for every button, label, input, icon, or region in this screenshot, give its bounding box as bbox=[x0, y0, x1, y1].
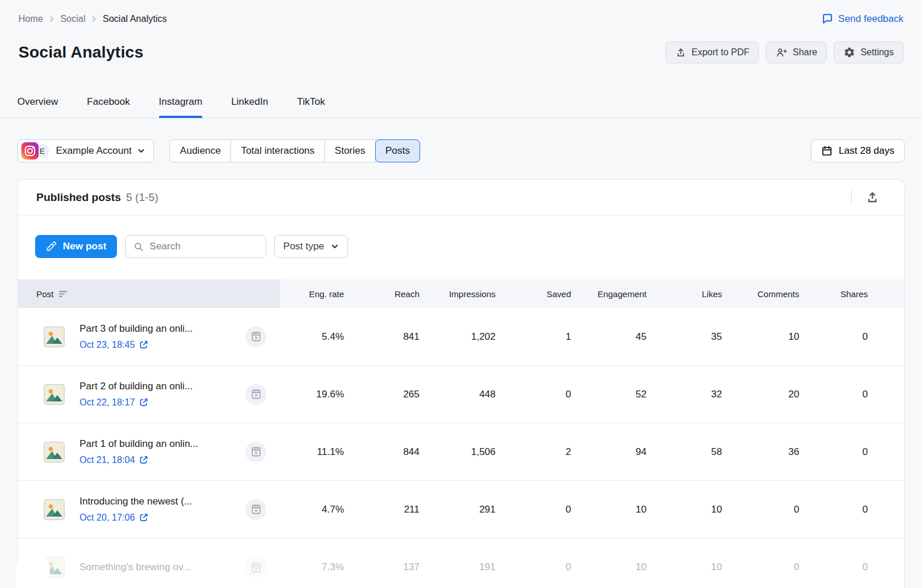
settings-button[interactable]: Settings bbox=[834, 41, 904, 63]
column-header[interactable]: Comments bbox=[722, 279, 799, 308]
sort-bars-icon bbox=[59, 290, 67, 298]
image-placeholder-icon bbox=[44, 499, 65, 520]
person-plus-icon bbox=[776, 47, 787, 58]
image-placeholder-icon bbox=[44, 327, 65, 347]
column-header-post[interactable]: Post bbox=[18, 279, 280, 308]
date-range-button[interactable]: Last 28 days bbox=[811, 139, 905, 162]
card-count: 5 (1-5) bbox=[126, 191, 158, 204]
floating-widget-edge bbox=[16, 552, 50, 588]
post-title: Part 2 of building an onli... bbox=[80, 380, 193, 393]
column-header[interactable]: Reach bbox=[344, 279, 420, 308]
comments-value: 36 bbox=[722, 423, 799, 480]
breadcrumb-item[interactable]: Social bbox=[61, 12, 86, 26]
column-header[interactable]: Impressions bbox=[420, 279, 496, 308]
upload-tray-icon bbox=[675, 47, 686, 58]
saved-value: 0 bbox=[496, 538, 571, 588]
impressions-value: 191 bbox=[420, 538, 496, 588]
column-header[interactable]: Eng. rate bbox=[280, 279, 344, 308]
column-header[interactable]: Likes bbox=[647, 279, 722, 308]
channel-tab[interactable]: Facebook bbox=[87, 96, 130, 117]
eng-rate-value: 7.3% bbox=[280, 538, 344, 588]
post-date-label: Oct 22, 18:17 bbox=[80, 396, 135, 409]
post-title: Part 3 of building an onli... bbox=[80, 322, 193, 336]
engagement-value: 94 bbox=[571, 423, 647, 480]
column-header[interactable]: Shares bbox=[799, 279, 868, 308]
post-date-link[interactable]: Oct 23, 18:45 bbox=[80, 338, 193, 352]
reach-value: 841 bbox=[344, 308, 420, 365]
post-date-label: Oct 21, 18:04 bbox=[80, 453, 135, 467]
header-actions: Export to PDF Share Settings bbox=[666, 41, 904, 63]
saved-value: 0 bbox=[496, 481, 571, 538]
divider bbox=[851, 190, 852, 205]
segment-button[interactable]: Stories bbox=[325, 140, 376, 162]
post-cell: Introducing the newest (... Oct 20, 17:0… bbox=[18, 481, 280, 538]
engagement-value: 52 bbox=[571, 366, 647, 423]
breadcrumb-item[interactable]: Social Analytics bbox=[103, 12, 167, 26]
export-to-pdf-button[interactable]: Export to PDF bbox=[666, 41, 759, 63]
search-input[interactable] bbox=[150, 241, 258, 252]
reach-value: 137 bbox=[344, 538, 420, 588]
reel-icon bbox=[245, 384, 266, 405]
segment-button[interactable]: Audience bbox=[170, 140, 231, 162]
send-feedback-link[interactable]: Send feedback bbox=[821, 13, 904, 25]
search-icon bbox=[133, 241, 144, 252]
image-placeholder-icon bbox=[44, 442, 65, 462]
published-posts-card: Published posts 5 (1-5) New post Post ty… bbox=[17, 179, 905, 588]
account-selector[interactable]: E Example Account bbox=[17, 139, 154, 162]
likes-value: 10 bbox=[647, 481, 722, 538]
engagement-value: 10 bbox=[571, 538, 647, 588]
comments-value: 0 bbox=[722, 538, 799, 588]
reel-icon bbox=[245, 499, 266, 520]
post-date-link[interactable]: Oct 20, 17:06 bbox=[80, 511, 192, 525]
post-date-link[interactable]: Oct 22, 18:17 bbox=[80, 396, 193, 409]
upload-tray-icon bbox=[866, 191, 879, 204]
segment-button[interactable]: Total interactions bbox=[231, 140, 325, 162]
table-row: Part 2 of building an onli... Oct 22, 18… bbox=[18, 366, 904, 423]
comments-value: 20 bbox=[722, 366, 799, 423]
card-toolbar: New post Post type bbox=[18, 215, 904, 279]
table-row: Part 3 of building an onli... Oct 23, 18… bbox=[18, 308, 904, 366]
post-type-filter[interactable]: Post type bbox=[274, 235, 349, 258]
likes-value: 35 bbox=[647, 308, 722, 365]
reach-value: 265 bbox=[344, 366, 420, 423]
gear-icon bbox=[844, 47, 855, 58]
topbar: Home Social Social Analytics bbox=[0, 0, 922, 26]
column-header[interactable]: Engagement bbox=[571, 279, 647, 308]
impressions-value: 291 bbox=[420, 481, 496, 538]
reel-icon bbox=[245, 557, 266, 578]
table-row: Something's brewing ov... 7.3% 137 bbox=[18, 538, 904, 588]
post-title: Introducing the newest (... bbox=[80, 495, 192, 509]
post-date-label: Oct 20, 17:06 bbox=[80, 511, 135, 525]
view-segments: Audience Total interactions Stories Post… bbox=[169, 139, 420, 162]
page-header: Social Analytics Export to PDF Share Set… bbox=[0, 41, 922, 63]
channel-tabs: Overview Facebook Instagram LinkedIn Tik… bbox=[0, 96, 922, 118]
export-to-pdf-label: Export to PDF bbox=[692, 47, 749, 58]
channel-tab[interactable]: LinkedIn bbox=[231, 96, 268, 117]
segment-button[interactable]: Posts bbox=[375, 139, 421, 162]
export-table-button[interactable] bbox=[866, 191, 879, 204]
chevron-right-icon bbox=[91, 16, 97, 22]
column-header[interactable]: Saved bbox=[496, 279, 571, 308]
saved-value: 1 bbox=[496, 308, 571, 365]
channel-tab[interactable]: Overview bbox=[17, 96, 58, 117]
channel-tab[interactable]: Instagram bbox=[159, 96, 203, 117]
shares-value: 0 bbox=[799, 308, 868, 365]
post-date-link[interactable]: Oct 21, 18:04 bbox=[80, 453, 198, 467]
table-header: Post Eng. rate Reach Impressions Saved E… bbox=[18, 279, 904, 308]
reach-value: 211 bbox=[344, 481, 420, 538]
search-box bbox=[125, 235, 266, 258]
breadcrumb-item[interactable]: Home bbox=[18, 12, 43, 26]
share-button[interactable]: Share bbox=[766, 41, 827, 63]
new-post-button[interactable]: New post bbox=[35, 235, 117, 258]
engagement-value: 10 bbox=[571, 481, 647, 538]
post-cell: Part 3 of building an onli... Oct 23, 18… bbox=[18, 308, 280, 365]
channel-tab[interactable]: TikTok bbox=[297, 96, 325, 117]
account-name: Example Account bbox=[56, 145, 131, 157]
table-body: Part 3 of building an onli... Oct 23, 18… bbox=[18, 308, 904, 588]
post-title: Part 1 of building an onlin... bbox=[80, 437, 198, 451]
likes-value: 10 bbox=[647, 538, 722, 588]
impressions-value: 1,202 bbox=[420, 308, 496, 365]
table-row: Part 1 of building an onlin... Oct 21, 1… bbox=[18, 423, 904, 481]
breadcrumb: Home Social Social Analytics bbox=[18, 12, 167, 26]
post-cell: Something's brewing ov... bbox=[18, 538, 280, 588]
